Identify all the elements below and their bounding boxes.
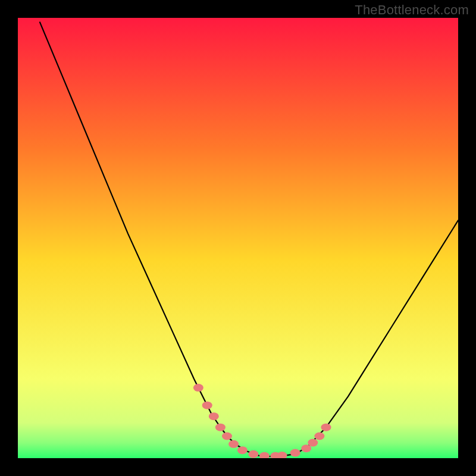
gradient-background: [18, 18, 458, 458]
chart-frame: TheBottleneck.com: [0, 0, 476, 476]
marker-point: [228, 440, 239, 448]
marker-point: [290, 449, 300, 457]
marker-point: [237, 446, 248, 454]
marker-point: [248, 450, 258, 458]
marker-point: [314, 433, 324, 440]
marker-point: [321, 424, 331, 431]
watermark-text: TheBottleneck.com: [355, 2, 469, 18]
plot-area: [18, 18, 458, 458]
marker-point: [202, 402, 212, 409]
bottleneck-chart: [18, 18, 458, 458]
marker-point: [209, 412, 219, 420]
marker-point: [193, 384, 203, 392]
marker-point: [215, 424, 226, 431]
marker-point: [222, 433, 232, 440]
marker-point: [308, 439, 318, 447]
